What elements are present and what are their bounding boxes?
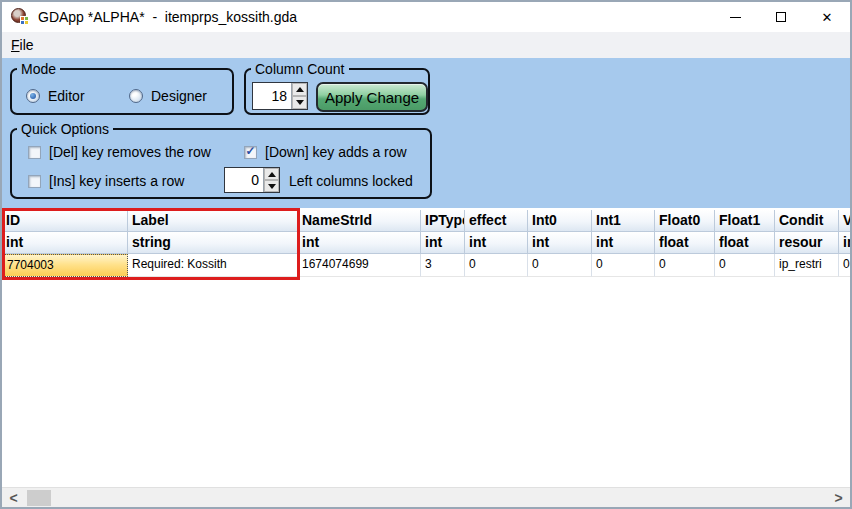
- column-type[interactable]: int: [421, 232, 465, 254]
- down-key-label: [Down] key adds a row: [265, 144, 407, 160]
- arrow-down-icon: [296, 100, 304, 105]
- mode-editor-label: Editor: [48, 88, 85, 104]
- close-button[interactable]: ✕: [804, 2, 850, 32]
- checkbox-unchecked-icon[interactable]: [28, 175, 41, 188]
- minimize-button[interactable]: [712, 2, 758, 32]
- column-header[interactable]: Float0: [655, 210, 715, 232]
- column-type[interactable]: int: [298, 232, 421, 254]
- spinner-buttons: [291, 83, 307, 109]
- table-cell[interactable]: 0: [592, 254, 655, 277]
- app-icon-grid-cell: [21, 21, 24, 24]
- column-type[interactable]: int: [528, 232, 592, 254]
- mode-editor-radio[interactable]: Editor: [26, 88, 85, 104]
- column-header[interactable]: Condit: [775, 210, 839, 232]
- scroll-left-button[interactable]: <: [2, 488, 25, 508]
- table-cell[interactable]: ip_restri: [775, 254, 839, 277]
- maximize-button[interactable]: [758, 2, 804, 32]
- menu-file[interactable]: File: [2, 37, 43, 53]
- radio-dot: [30, 93, 36, 99]
- table-cell[interactable]: 1674074699: [298, 254, 421, 277]
- arrow-down-icon: [268, 184, 276, 189]
- scroll-left-icon: <: [9, 490, 17, 506]
- spin-up-button[interactable]: [292, 83, 307, 96]
- column-count-spinner[interactable]: 18: [252, 82, 308, 110]
- arrow-up-icon: [268, 172, 276, 177]
- close-icon: ✕: [822, 11, 833, 24]
- locked-columns-value[interactable]: 0: [225, 168, 263, 192]
- table-cell[interactable]: 0: [655, 254, 715, 277]
- column-header[interactable]: IPType: [421, 210, 465, 232]
- table-cell[interactable]: 0: [465, 254, 528, 277]
- table-cell[interactable]: 0: [528, 254, 592, 277]
- column-header[interactable]: ID: [2, 210, 128, 232]
- scrollbar-thumb[interactable]: [27, 490, 51, 506]
- ins-key-checkbox-row[interactable]: [Ins] key inserts a row: [28, 173, 184, 189]
- column-type[interactable]: int: [465, 232, 528, 254]
- mode-designer-radio[interactable]: Designer: [129, 88, 207, 104]
- column-header[interactable]: Label: [128, 210, 298, 232]
- mode-legend: Mode: [17, 60, 60, 78]
- checkbox-unchecked-icon[interactable]: [28, 146, 41, 159]
- mode-groupbox: Mode Editor Designer: [10, 68, 234, 115]
- app-icon-grid-cell: [25, 17, 28, 20]
- table-cell[interactable]: 0: [839, 254, 850, 277]
- app-icon-grid-cell: [21, 17, 24, 20]
- scroll-right-icon: >: [834, 490, 842, 506]
- del-key-checkbox-row[interactable]: [Del] key removes the row: [28, 144, 211, 160]
- del-key-label: [Del] key removes the row: [49, 144, 211, 160]
- cell-id-selected[interactable]: 7704003: [2, 254, 128, 277]
- column-header[interactable]: Int1: [592, 210, 655, 232]
- table-cell[interactable]: 0: [715, 254, 775, 277]
- column-type[interactable]: int: [592, 232, 655, 254]
- table-cell[interactable]: 3: [421, 254, 465, 277]
- column-header[interactable]: Float1: [715, 210, 775, 232]
- quick-options-legend: Quick Options: [17, 120, 113, 138]
- app-icon[interactable]: [11, 8, 29, 26]
- app-icon-grid: [20, 16, 29, 25]
- quick-options-groupbox: Quick Options [Del] key removes the row …: [10, 128, 432, 199]
- down-key-checkbox-row[interactable]: ✓ [Down] key adds a row: [244, 144, 407, 160]
- scroll-right-button[interactable]: >: [827, 488, 850, 508]
- ins-key-label: [Ins] key inserts a row: [49, 173, 184, 189]
- spin-down-button[interactable]: [264, 180, 279, 192]
- radio-selected-icon[interactable]: [26, 89, 40, 103]
- column-type[interactable]: resour: [775, 232, 839, 254]
- column-type[interactable]: float: [715, 232, 775, 254]
- radio-unselected-icon[interactable]: [129, 89, 143, 103]
- window-title: GDApp *ALPHA* - itemprps_kossith.gda: [38, 9, 297, 25]
- locked-columns-spinner[interactable]: 0: [224, 167, 280, 193]
- titlebar: GDApp *ALPHA* - itemprps_kossith.gda ✕: [2, 2, 850, 32]
- apply-change-button[interactable]: Apply Change: [316, 82, 428, 112]
- menubar: File: [2, 32, 850, 58]
- column-type[interactable]: string: [128, 232, 298, 254]
- options-panel: Mode Editor Designer Column Count 18 App…: [2, 58, 850, 208]
- table-cell[interactable]: Required: Kossith: [128, 254, 298, 277]
- checkmark-icon: ✓: [245, 145, 255, 157]
- spinner-buttons: [263, 168, 279, 192]
- header-row-types: int string int int int int int float flo…: [2, 232, 850, 254]
- spin-up-button[interactable]: [264, 168, 279, 180]
- column-count-legend: Column Count: [251, 60, 349, 78]
- column-header[interactable]: NameStrId: [298, 210, 421, 232]
- arrow-up-icon: [296, 87, 304, 92]
- horizontal-scrollbar[interactable]: < >: [2, 487, 850, 507]
- mode-designer-label: Designer: [151, 88, 207, 104]
- column-type[interactable]: float: [655, 232, 715, 254]
- column-type[interactable]: in: [839, 232, 850, 254]
- column-count-groupbox: Column Count 18 Apply Change: [244, 68, 430, 115]
- column-count-value[interactable]: 18: [253, 83, 291, 109]
- table-row: 7704003 Required: Kossith 1674074699 3 0…: [2, 254, 850, 277]
- column-header[interactable]: effect: [465, 210, 528, 232]
- minimize-icon: [730, 17, 741, 18]
- checkbox-checked-icon[interactable]: ✓: [244, 146, 257, 159]
- window-controls: ✕: [712, 2, 850, 32]
- locked-columns-label: Left columns locked: [289, 173, 413, 189]
- app-window: GDApp *ALPHA* - itemprps_kossith.gda ✕ F…: [0, 0, 852, 509]
- data-grid: ID Label NameStrId IPType effect Int0 In…: [2, 208, 850, 487]
- column-header[interactable]: Int0: [528, 210, 592, 232]
- maximize-icon: [776, 12, 786, 22]
- spin-down-button[interactable]: [292, 96, 307, 109]
- header-row-names: ID Label NameStrId IPType effect Int0 In…: [2, 210, 850, 232]
- column-header[interactable]: V: [839, 210, 850, 232]
- column-type[interactable]: int: [2, 232, 128, 254]
